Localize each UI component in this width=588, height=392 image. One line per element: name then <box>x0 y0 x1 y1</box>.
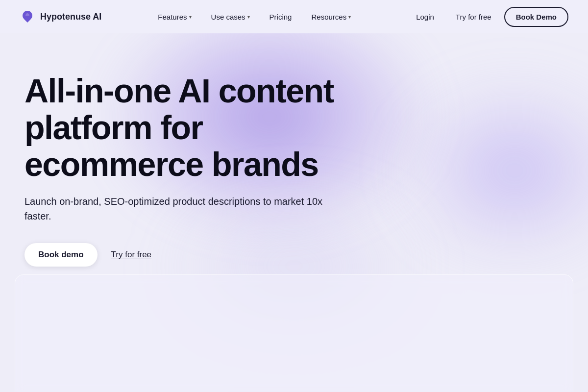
nav-resources[interactable]: Resources ▾ <box>303 9 359 25</box>
login-button[interactable]: Login <box>407 9 443 25</box>
hero-book-demo-button[interactable]: Book demo <box>24 243 98 267</box>
navbar: Hypotenuse AI Features ▾ Use cases ▾ Pri… <box>0 0 588 33</box>
nav-links: Features ▾ Use cases ▾ Pricing Resources… <box>101 9 407 25</box>
nav-features[interactable]: Features ▾ <box>150 9 199 25</box>
nav-use-cases[interactable]: Use cases ▾ <box>203 9 258 25</box>
chevron-down-icon: ▾ <box>189 14 192 20</box>
hero-buttons: Book demo Try for free <box>24 243 343 267</box>
hero-content: All-in-one AI content platform for ecomm… <box>0 33 343 267</box>
hero-title: All-in-one AI content platform for ecomm… <box>24 73 343 182</box>
book-demo-nav-button[interactable]: Book Demo <box>504 7 568 27</box>
chevron-down-icon: ▾ <box>247 14 250 20</box>
logo-icon <box>20 9 35 24</box>
logo[interactable]: Hypotenuse AI <box>20 9 101 24</box>
hero-subtitle: Launch on-brand, SEO-optimized product d… <box>24 194 343 223</box>
logo-text: Hypotenuse AI <box>40 12 101 22</box>
try-free-button[interactable]: Try for free <box>447 9 500 25</box>
chevron-down-icon: ▾ <box>348 14 351 20</box>
nav-actions: Login Try for free Book Demo <box>407 7 568 27</box>
hero-try-free-button[interactable]: Try for free <box>111 250 152 260</box>
product-preview-card <box>15 274 573 392</box>
nav-pricing[interactable]: Pricing <box>262 9 300 25</box>
blob-2 <box>392 73 588 269</box>
hero-section: All-in-one AI content platform for ecomm… <box>0 33 588 392</box>
